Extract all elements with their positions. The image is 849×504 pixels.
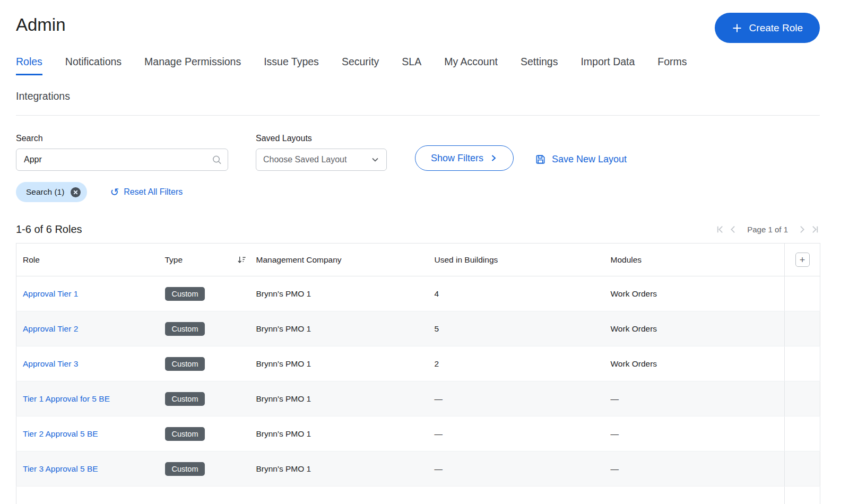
save-new-layout-link[interactable]: Save New Layout bbox=[535, 154, 627, 165]
company-cell: Brynn's PMO 1 bbox=[256, 324, 311, 333]
search-icon bbox=[212, 155, 222, 165]
table-row: Tier 1 Approval for 5 BE Custom Brynn's … bbox=[16, 381, 820, 416]
save-new-layout-label: Save New Layout bbox=[552, 154, 627, 165]
type-badge: Custom bbox=[165, 392, 205, 406]
sort-descending-icon[interactable] bbox=[237, 255, 247, 265]
filters-row: Search Saved Layouts Choose Saved Layout… bbox=[16, 134, 820, 171]
page-title: Admin bbox=[16, 15, 66, 35]
company-cell: Brynn's PMO 1 bbox=[256, 464, 311, 473]
page-header: Admin Create Role bbox=[16, 13, 820, 43]
create-role-button[interactable]: Create Role bbox=[715, 13, 820, 43]
role-link[interactable]: Tier 3 Approval 5 BE bbox=[23, 464, 98, 473]
show-filters-label: Show Filters bbox=[431, 153, 483, 164]
close-icon[interactable] bbox=[70, 187, 81, 198]
tab-my-account[interactable]: My Account bbox=[444, 56, 498, 75]
search-field-group: Search bbox=[16, 134, 228, 171]
tab-forms[interactable]: Forms bbox=[657, 56, 687, 75]
search-label: Search bbox=[16, 134, 228, 143]
empty-cell bbox=[785, 486, 820, 504]
modules-cell: Work Orders bbox=[611, 359, 657, 368]
company-cell: Brynn's PMO 1 bbox=[256, 289, 311, 298]
saved-layouts-group: Saved Layouts Choose Saved Layout bbox=[256, 134, 387, 171]
last-page-icon[interactable] bbox=[810, 224, 820, 234]
modules-cell: Work Orders bbox=[611, 289, 657, 298]
column-header-type[interactable]: Type bbox=[159, 244, 250, 276]
role-link[interactable]: Approval Tier 3 bbox=[23, 359, 78, 368]
role-link[interactable]: Approval Tier 2 bbox=[23, 324, 78, 333]
type-badge: Custom bbox=[165, 462, 205, 476]
type-badge: Custom bbox=[165, 357, 205, 371]
column-header-company[interactable]: Management Company bbox=[250, 244, 428, 276]
company-cell: Brynn's PMO 1 bbox=[256, 429, 311, 438]
column-header-add: + bbox=[785, 244, 820, 276]
tab-manage-permissions[interactable]: Manage Permissions bbox=[144, 56, 241, 75]
buildings-cell: 4 bbox=[435, 289, 439, 298]
results-summary: 1-6 of 6 Roles bbox=[16, 223, 82, 236]
tab-integrations[interactable]: Integrations bbox=[16, 90, 70, 110]
saved-layout-select[interactable]: Choose Saved Layout bbox=[256, 149, 387, 171]
tab-notifications[interactable]: Notifications bbox=[65, 56, 122, 75]
save-icon bbox=[535, 154, 546, 165]
table-row: Tier 2 Approval 5 BE Custom Brynn's PMO … bbox=[16, 416, 820, 451]
chevron-down-icon bbox=[371, 155, 379, 164]
first-page-icon[interactable] bbox=[715, 224, 725, 234]
empty-cell bbox=[785, 381, 820, 416]
type-badge: Custom bbox=[165, 427, 205, 441]
tab-import-data[interactable]: Import Data bbox=[581, 56, 635, 75]
column-header-role[interactable]: Role bbox=[16, 244, 159, 276]
role-link[interactable]: Approval Tier 1 bbox=[23, 289, 78, 298]
table-row: Approval Tier 1 Custom Brynn's PMO 1 4 W… bbox=[16, 276, 820, 311]
reset-all-filters-link[interactable]: ↺ Reset All Filters bbox=[110, 187, 183, 197]
role-link[interactable]: Tier 2 Approval 5 BE bbox=[23, 429, 98, 438]
empty-cell bbox=[785, 346, 820, 381]
chevron-right-icon bbox=[489, 154, 498, 162]
list-header: 1-6 of 6 Roles Page 1 of 1 bbox=[16, 223, 820, 236]
buildings-cell: 5 bbox=[435, 324, 439, 333]
add-column-button[interactable]: + bbox=[795, 253, 810, 267]
table-row: Tier 3 Approval 5 BE Custom Brynn's PMO … bbox=[16, 451, 820, 486]
reset-icon: ↺ bbox=[110, 187, 119, 197]
modules-cell: Work Orders bbox=[611, 324, 657, 333]
column-header-type-label: Type bbox=[165, 255, 183, 265]
reset-all-filters-label: Reset All Filters bbox=[124, 187, 183, 197]
modules-cell: — bbox=[611, 429, 619, 438]
table-filler-row bbox=[16, 486, 820, 504]
active-filters-row: Search (1) ↺ Reset All Filters bbox=[16, 182, 820, 202]
table-header-row: Role Type Management Company Used in Bui… bbox=[16, 244, 820, 276]
tab-security[interactable]: Security bbox=[342, 56, 379, 75]
tab-sla[interactable]: SLA bbox=[402, 56, 421, 75]
column-header-buildings[interactable]: Used in Buildings bbox=[428, 244, 604, 276]
page-indicator: Page 1 of 1 bbox=[747, 225, 788, 234]
company-cell: Brynn's PMO 1 bbox=[256, 359, 311, 368]
chip-label: Search (1) bbox=[26, 187, 64, 197]
tab-issue-types[interactable]: Issue Types bbox=[264, 56, 319, 75]
saved-layouts-label: Saved Layouts bbox=[256, 134, 387, 143]
admin-page: Admin Create Role Roles Notifications Ma… bbox=[0, 0, 849, 504]
empty-cell bbox=[785, 416, 820, 451]
saved-layout-selected-value: Choose Saved Layout bbox=[263, 155, 346, 164]
tab-roles[interactable]: Roles bbox=[16, 56, 42, 75]
pagination: Page 1 of 1 bbox=[715, 224, 820, 234]
buildings-cell: 2 bbox=[435, 359, 439, 368]
previous-page-icon[interactable] bbox=[728, 224, 738, 234]
tabs-divider bbox=[16, 115, 820, 116]
type-badge: Custom bbox=[165, 287, 205, 301]
modules-cell: — bbox=[611, 394, 619, 403]
modules-cell: — bbox=[611, 464, 619, 473]
company-cell: Brynn's PMO 1 bbox=[256, 394, 311, 403]
search-filter-chip[interactable]: Search (1) bbox=[16, 182, 87, 202]
show-filters-button[interactable]: Show Filters bbox=[415, 145, 514, 171]
buildings-cell: — bbox=[435, 429, 443, 438]
admin-tab-bar: Roles Notifications Manage Permissions I… bbox=[16, 56, 820, 110]
buildings-cell: — bbox=[435, 464, 443, 473]
table-row: Approval Tier 2 Custom Brynn's PMO 1 5 W… bbox=[16, 311, 820, 346]
empty-cell bbox=[785, 451, 820, 486]
table-row: Approval Tier 3 Custom Brynn's PMO 1 2 W… bbox=[16, 346, 820, 381]
role-link[interactable]: Tier 1 Approval for 5 BE bbox=[23, 394, 110, 403]
search-input[interactable] bbox=[16, 149, 228, 171]
tab-settings[interactable]: Settings bbox=[521, 56, 558, 75]
buildings-cell: — bbox=[435, 394, 443, 403]
empty-cell bbox=[785, 276, 820, 311]
next-page-icon[interactable] bbox=[797, 224, 807, 234]
column-header-modules[interactable]: Modules bbox=[604, 244, 785, 276]
